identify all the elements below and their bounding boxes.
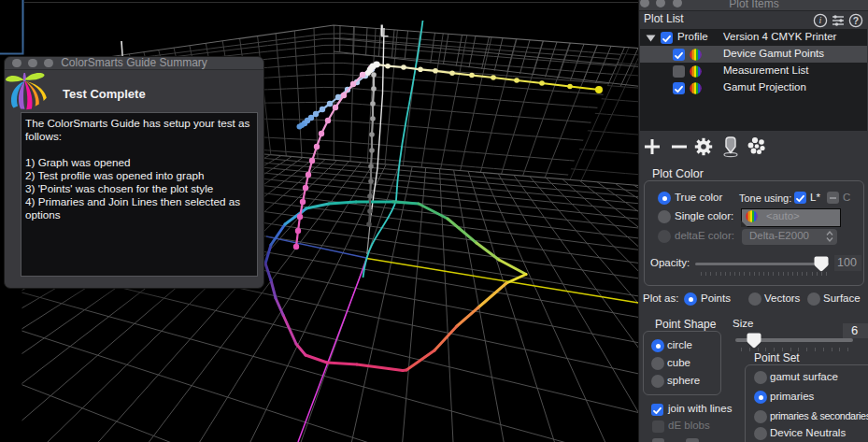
svg-text:i: i [819, 15, 822, 25]
svg-text:?: ? [853, 14, 859, 25]
